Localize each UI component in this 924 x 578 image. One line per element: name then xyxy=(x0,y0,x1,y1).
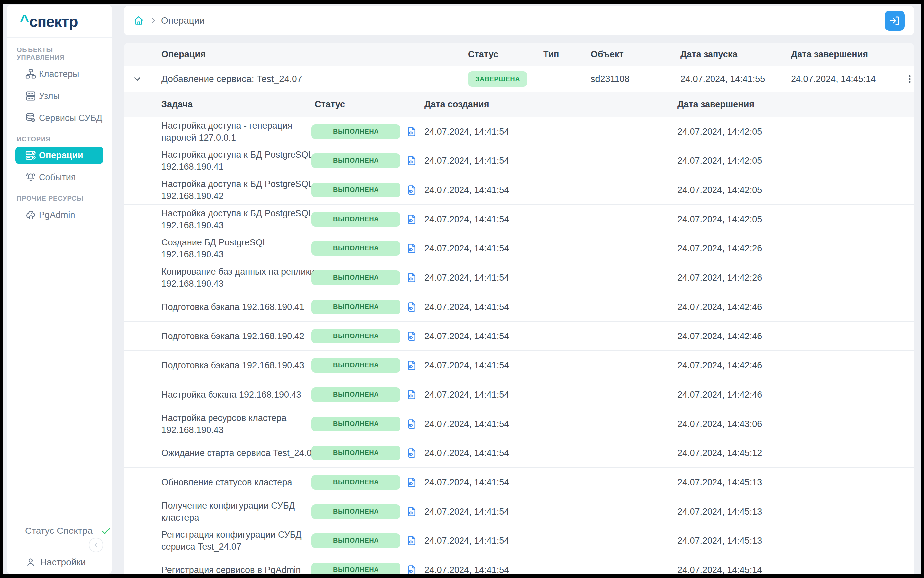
kebab-menu-icon[interactable] xyxy=(905,73,914,85)
table-row: Настройка бэкапа 192.168.190.43 ВЫПОЛНЕН… xyxy=(124,380,914,409)
login-button[interactable] xyxy=(885,11,905,31)
bell-icon xyxy=(24,171,37,183)
sidebar-item-db-services[interactable]: Сервисы СУБД xyxy=(15,109,103,127)
document-eye-icon[interactable] xyxy=(406,417,417,430)
sidebar-item-operations[interactable]: Операции xyxy=(15,147,103,164)
task-finished-date: 24.07.2024, 14:45:13 xyxy=(677,536,762,546)
table-row: Регистрация конфигурации СУБД сервиса Te… xyxy=(124,526,914,555)
document-eye-icon[interactable] xyxy=(406,213,417,226)
sidebar-collapse-button[interactable] xyxy=(89,538,103,552)
table-row: Копирование баз данных на реплики 192.16… xyxy=(124,263,914,292)
task-finished-date: 24.07.2024, 14:42:26 xyxy=(677,273,762,283)
task-created-date: 24.07.2024, 14:41:54 xyxy=(424,243,509,253)
operations-column-header: Тип xyxy=(543,49,559,60)
chevron-left-circle-icon xyxy=(92,541,100,549)
operations-column-header: Объект xyxy=(591,49,623,60)
task-name: Настройка доступа - генерация паролей 12… xyxy=(161,120,337,143)
home-icon[interactable] xyxy=(133,15,145,27)
operations-column-header: Дата завершения xyxy=(791,49,868,60)
document-eye-icon[interactable] xyxy=(406,476,417,489)
task-finished-date: 24.07.2024, 14:43:06 xyxy=(677,419,762,429)
sidebar-item-label: PgAdmin xyxy=(39,210,75,220)
document-eye-icon[interactable] xyxy=(406,242,417,255)
sidebar-section-label: ОБЪЕКТЫ УПРАВЛЕНИЯ xyxy=(16,46,102,62)
task-finished-date: 24.07.2024, 14:42:05 xyxy=(677,214,762,224)
task-status-badge: ВЫПОЛНЕНА xyxy=(311,504,400,519)
chevron-down-icon[interactable] xyxy=(133,74,142,84)
sidebar-item-label: Узлы xyxy=(39,91,60,101)
task-finished-date: 24.07.2024, 14:45:13 xyxy=(677,477,762,487)
task-finished-date: 24.07.2024, 14:42:46 xyxy=(677,331,762,341)
table-row: Настройка доступа - генерация паролей 12… xyxy=(124,117,914,146)
task-created-date: 24.07.2024, 14:41:54 xyxy=(424,331,509,341)
document-eye-icon[interactable] xyxy=(406,183,417,196)
tasks-column-header: Дата создания xyxy=(424,99,489,110)
task-created-date: 24.07.2024, 14:41:54 xyxy=(424,506,509,516)
task-status-badge: ВЫПОЛНЕНА xyxy=(311,124,400,139)
operations-column-header: Дата запуска xyxy=(680,49,738,60)
task-status-badge: ВЫПОЛНЕНА xyxy=(311,387,400,402)
database-icon xyxy=(24,112,37,124)
document-eye-icon[interactable] xyxy=(406,388,417,401)
sidebar-item-label: Кластеры xyxy=(39,69,79,80)
user-icon xyxy=(25,557,36,568)
document-eye-icon[interactable] xyxy=(406,505,417,518)
task-status-badge: ВЫПОЛНЕНА xyxy=(311,358,400,373)
task-name: Подготовка бэкапа 192.168.190.41 xyxy=(161,301,337,313)
document-eye-icon[interactable] xyxy=(406,125,417,138)
table-row: Настройка ресурсов кластера 192.168.190.… xyxy=(124,409,914,438)
logo-caret: ^ xyxy=(20,11,29,29)
operation-row[interactable]: Добавление сервиса: Test_24.07 ЗАВЕРШЕНА… xyxy=(124,67,914,92)
task-finished-date: 24.07.2024, 14:42:05 xyxy=(677,156,762,166)
task-status-badge: ВЫПОЛНЕНА xyxy=(311,270,400,285)
task-name: Настройка бэкапа 192.168.190.43 xyxy=(161,389,337,401)
task-created-date: 24.07.2024, 14:41:54 xyxy=(424,185,509,195)
task-created-date: 24.07.2024, 14:41:54 xyxy=(424,302,509,312)
task-name: Подготовка бэкапа 192.168.190.42 xyxy=(161,330,337,342)
document-eye-icon[interactable] xyxy=(406,359,417,372)
operations-column-header: Операция xyxy=(161,49,206,60)
document-eye-icon[interactable] xyxy=(406,563,417,574)
document-eye-icon[interactable] xyxy=(406,154,417,167)
pgadmin-icon xyxy=(24,209,37,221)
table-row: Создание БД PostgreSQL 192.168.190.43 ВЫ… xyxy=(124,234,914,263)
sidebar-item-nodes[interactable]: Узлы xyxy=(15,88,103,105)
document-eye-icon[interactable] xyxy=(406,330,417,343)
task-created-date: 24.07.2024, 14:41:54 xyxy=(424,389,509,399)
task-status-badge: ВЫПОЛНЕНА xyxy=(311,475,400,490)
table-row: Подготовка бэкапа 192.168.190.41 ВЫПОЛНЕ… xyxy=(124,292,914,321)
spektr-status-label: Статус Спектра xyxy=(25,526,93,536)
tasks-header-row: ЗадачаСтатусДата созданияДата завершения xyxy=(124,92,914,117)
table-row: Настройка доступа к БД PostgreSQL 192.16… xyxy=(124,175,914,205)
sidebar-item-settings[interactable]: Настройки xyxy=(25,557,86,568)
task-status-badge: ВЫПОЛНЕНА xyxy=(311,329,400,344)
task-finished-date: 24.07.2024, 14:42:46 xyxy=(677,389,762,399)
task-name: Настройка ресурсов кластера 192.168.190.… xyxy=(161,412,337,436)
login-icon xyxy=(889,15,901,27)
task-created-date: 24.07.2024, 14:41:54 xyxy=(424,156,509,166)
document-eye-icon[interactable] xyxy=(406,534,417,547)
table-row: Ожидание старта сервиса Test_24.07 ВЫПОЛ… xyxy=(124,438,914,468)
app-logo: ^спектр xyxy=(20,13,78,31)
task-created-date: 24.07.2024, 14:41:54 xyxy=(424,448,509,458)
sidebar-item-clusters[interactable]: Кластеры xyxy=(15,65,103,83)
operation-start-date: 24.07.2024, 14:41:55 xyxy=(680,74,765,84)
task-name: Создание БД PostgreSQL 192.168.190.43 xyxy=(161,237,337,260)
task-created-date: 24.07.2024, 14:41:54 xyxy=(424,360,509,370)
cluster-icon xyxy=(24,68,37,80)
document-eye-icon[interactable] xyxy=(406,300,417,313)
task-created-date: 24.07.2024, 14:41:54 xyxy=(424,126,509,136)
task-created-date: 24.07.2024, 14:41:54 xyxy=(424,273,509,283)
operation-name: Добавление сервиса: Test_24.07 xyxy=(161,74,302,84)
tasks-column-header: Задача xyxy=(161,99,193,110)
sidebar-item-label: Операции xyxy=(39,151,83,161)
document-eye-icon[interactable] xyxy=(406,271,417,284)
sidebar-item-pgadmin[interactable]: PgAdmin xyxy=(15,206,103,224)
document-eye-icon[interactable] xyxy=(406,446,417,460)
table-row: Подготовка бэкапа 192.168.190.43 ВЫПОЛНЕ… xyxy=(124,351,914,380)
sidebar-item-events[interactable]: События xyxy=(15,169,103,186)
task-name: Настройка доступа к БД PostgreSQL 192.16… xyxy=(161,149,337,173)
app-screen: ^спектр ОБЪЕКТЫ УПРАВЛЕНИЯ Кластеры Узлы… xyxy=(3,4,921,574)
task-name: Настройка доступа к БД PostgreSQL 192.16… xyxy=(161,178,337,202)
task-name: Подготовка бэкапа 192.168.190.43 xyxy=(161,359,337,372)
